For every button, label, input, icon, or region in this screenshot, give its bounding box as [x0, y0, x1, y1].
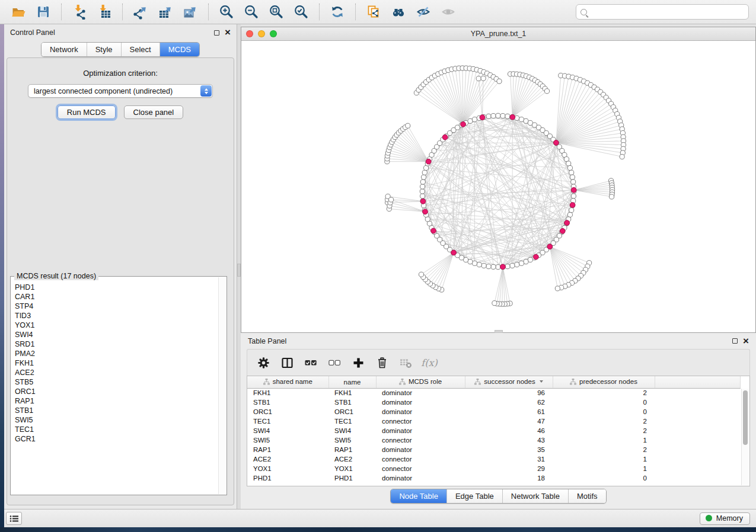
run-mcds-button[interactable]: Run MCDS [58, 105, 116, 119]
deselect-all-icon[interactable] [326, 355, 343, 370]
node-table: shared namenameMCDS rolesuccessor nodesp… [247, 376, 741, 483]
zoom-out-icon[interactable] [243, 4, 260, 20]
close-panel-icon[interactable]: × [225, 30, 231, 36]
table-row[interactable]: STB1STB1dominator620 [247, 398, 741, 407]
zoom-in-icon[interactable] [218, 4, 235, 20]
network-canvas[interactable] [241, 41, 755, 332]
optimization-criterion-select[interactable]: largest connected component (undirected) [28, 84, 213, 98]
column-header-name[interactable]: name [328, 376, 376, 388]
import-network-icon[interactable] [71, 4, 88, 20]
search-input[interactable] [591, 8, 744, 16]
tab-mcds[interactable]: MCDS [160, 43, 199, 56]
table-row[interactable]: SWI4SWI4dominator462 [247, 426, 741, 435]
status-bar: Memory [0, 509, 756, 527]
table-row[interactable]: SWI5SWI5connector431 [247, 435, 741, 445]
table-tab-edge-table[interactable]: Edge Table [446, 489, 502, 503]
tab-network[interactable]: Network [42, 43, 87, 56]
window-close-icon[interactable] [246, 30, 253, 37]
mcds-result-item[interactable]: TEC1 [15, 425, 218, 434]
table-row[interactable]: RAP1RAP1dominator352 [247, 445, 741, 454]
table-row[interactable]: ACE2ACE2connector311 [247, 454, 741, 464]
apply-layout-icon[interactable] [329, 4, 346, 20]
delete-table-icon [397, 355, 414, 370]
window-minimize-icon[interactable] [258, 30, 265, 37]
dropdown-selected-value: largest connected component (undirected) [34, 87, 173, 95]
mcds-result-item[interactable]: SWI4 [15, 330, 218, 339]
memory-button[interactable]: Memory [700, 512, 750, 525]
column-header-filler [655, 376, 741, 388]
mcds-result-item[interactable]: YOX1 [15, 321, 218, 330]
column-header-predecessor-nodes[interactable]: predecessor nodes [553, 376, 655, 388]
show-column-panel-icon[interactable] [278, 355, 296, 370]
mcds-result-item[interactable]: ACE2 [15, 368, 218, 377]
delete-column-icon[interactable] [373, 355, 391, 370]
table-tab-motifs[interactable]: Motifs [568, 489, 606, 503]
table-settings-icon[interactable] [254, 355, 272, 370]
list-icon [9, 515, 19, 523]
mcds-result-list: PHD1CAR1STP4TID3YOX1SWI4SRD1PMA2FKH1ACE2… [15, 283, 218, 492]
mcds-result-item[interactable]: STB5 [15, 377, 218, 387]
function-builder-icon: f(x) [420, 355, 438, 370]
zoom-selected-icon[interactable] [293, 4, 310, 20]
table-scrollbar-thumb[interactable] [743, 390, 748, 445]
table-tab-network-table[interactable]: Network Table [502, 489, 568, 503]
right-column: YPA_prune.txt_1 Table Panel × f(x) share… [241, 24, 756, 509]
memory-label: Memory [716, 514, 743, 523]
open-file-icon[interactable] [10, 4, 27, 20]
control-panel-title: Control Panel [10, 28, 55, 37]
column-header-successor-nodes[interactable]: successor nodes [465, 376, 553, 388]
export-image-icon[interactable] [182, 4, 199, 20]
hide-selected-icon[interactable] [415, 4, 432, 20]
table-scrollbar[interactable] [741, 389, 749, 485]
table-row[interactable]: YOX1YOX1connector291 [247, 464, 741, 473]
table-row[interactable]: FKH1FKH1dominator962 [247, 388, 741, 398]
column-header-shared-name[interactable]: shared name [247, 376, 328, 388]
new-network-from-selection-icon[interactable] [365, 4, 382, 20]
export-network-icon[interactable] [132, 4, 149, 20]
mcds-result-item[interactable]: STB1 [15, 406, 218, 415]
column-header-MCDS-role[interactable]: MCDS role [376, 376, 465, 388]
table-row[interactable]: ORC1ORC1dominator610 [247, 407, 741, 416]
close-panel-button[interactable]: Close panel [124, 105, 184, 119]
table-row[interactable]: TEC1TEC1connector472 [247, 416, 741, 426]
float-panel-icon[interactable] [214, 30, 219, 36]
desktop-wallpaper-left [0, 24, 4, 532]
control-panel: Control Panel × NetworkStyleSelectMCDS O… [4, 24, 237, 509]
import-table-icon[interactable] [96, 4, 113, 20]
tab-style[interactable]: Style [87, 43, 121, 56]
mcds-result-item[interactable]: PHD1 [15, 283, 218, 292]
tab-select[interactable]: Select [121, 43, 160, 56]
mcds-result-item[interactable]: GCR1 [15, 434, 218, 444]
mcds-result-item[interactable]: SRD1 [15, 339, 218, 349]
mcds-result-title: MCDS result (17 nodes) [14, 272, 98, 280]
show-all-icon [440, 4, 457, 20]
zoom-fit-icon[interactable] [268, 4, 285, 20]
table-panel-title: Table Panel [248, 337, 286, 345]
window-maximize-icon[interactable] [270, 30, 277, 37]
table-panel-titlebar: Table Panel × [241, 333, 756, 349]
mcds-result-item[interactable]: ORC1 [15, 387, 218, 396]
create-column-icon[interactable] [349, 355, 367, 370]
export-table-icon[interactable] [157, 4, 174, 20]
find-icon[interactable] [390, 4, 407, 20]
show-panels-button[interactable] [6, 512, 22, 525]
result-scrollbar[interactable] [218, 277, 226, 494]
mcds-result-item[interactable]: RAP1 [15, 396, 218, 406]
table-row[interactable]: PHD1PHD1dominator180 [247, 473, 741, 483]
dropdown-stepper-icon [200, 85, 212, 97]
mcds-result-item[interactable]: TID3 [15, 311, 218, 321]
mcds-result-item[interactable]: STP4 [15, 302, 218, 311]
float-table-panel-icon[interactable] [732, 338, 738, 344]
mcds-result-item[interactable]: CAR1 [15, 292, 218, 302]
optimization-criterion-label: Optimization criterion: [7, 69, 234, 78]
close-table-panel-icon[interactable]: × [743, 338, 749, 344]
mcds-result-item[interactable]: FKH1 [15, 358, 218, 368]
memory-status-icon [706, 515, 712, 521]
search-box[interactable] [576, 4, 749, 20]
table-tab-node-table[interactable]: Node Table [391, 489, 446, 503]
mcds-result-item[interactable]: SWI5 [15, 415, 218, 425]
select-all-icon[interactable] [302, 355, 320, 370]
toolbar-separator [122, 4, 123, 20]
mcds-result-item[interactable]: PMA2 [15, 349, 218, 358]
save-session-icon[interactable] [35, 4, 52, 20]
